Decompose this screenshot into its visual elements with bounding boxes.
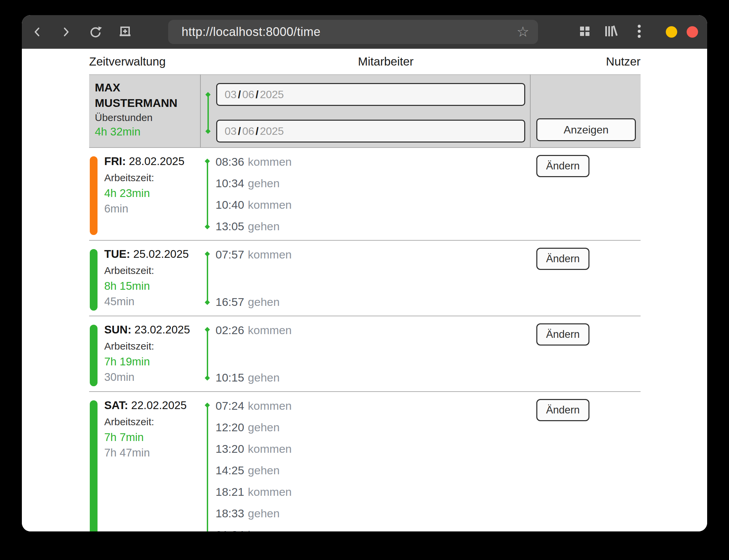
entry-type: kommen — [244, 248, 292, 261]
date-to-month: 06 — [242, 125, 254, 137]
kebab-menu-icon — [637, 24, 641, 40]
work-duration: 8h 15min — [104, 280, 198, 292]
date-sep: / — [237, 88, 242, 101]
aendern-button[interactable]: Ändern — [536, 399, 589, 421]
aendern-button[interactable]: Ändern — [536, 248, 589, 270]
work-duration: 4h 23min — [104, 188, 198, 199]
work-time-label: Arbeitszeit: — [104, 416, 198, 427]
minimize-button[interactable] — [661, 15, 682, 49]
date-to-year: 2025 — [260, 125, 284, 137]
forward-button[interactable] — [55, 15, 77, 49]
anzeigen-button[interactable]: Anzeigen — [536, 118, 636, 141]
time-entry: 10:15gehen — [216, 367, 530, 388]
bookmark-star-icon[interactable]: ☆ — [516, 20, 538, 44]
day-summary-cell: TUE: 25.02.2025 Arbeitszeit: 8h 15min 45… — [89, 241, 200, 316]
employee-summary: MAX MUSTERMANN Überstunden 4h 32min — [89, 74, 200, 148]
menu-button[interactable] — [630, 15, 649, 49]
work-duration: 7h 19min — [104, 356, 198, 367]
web-page: Zeitverwaltung Mitarbeiter Nutzer MAX MU… — [22, 49, 707, 531]
break-duration: 30min — [104, 371, 198, 383]
entry-time: 16:57 — [216, 295, 244, 308]
employee-name-line1: MAX — [95, 80, 197, 95]
minimize-circle-icon — [666, 26, 677, 38]
entry-type: gehen — [244, 371, 280, 384]
day-summary-cell: SUN: 23.02.2025 Arbeitszeit: 7h 19min 30… — [89, 316, 200, 392]
library-button[interactable] — [601, 15, 622, 49]
entry-type: kommen — [244, 485, 292, 498]
work-duration: 7h 7min — [104, 432, 198, 443]
aendern-button[interactable]: Ändern — [536, 155, 589, 177]
date-from-year: 2025 — [260, 88, 284, 101]
time-entry: 07:24kommen — [216, 395, 530, 416]
date-sep: / — [254, 125, 260, 137]
nav-nutzer[interactable]: Nutzer — [606, 55, 641, 68]
date-range-line — [207, 94, 209, 131]
time-table: MAX MUSTERMANN Überstunden 4h 32min 03/0… — [89, 74, 641, 531]
time-entry: 08:36kommen — [216, 151, 530, 172]
entry-type: kommen — [244, 528, 292, 531]
entry-time: 02:26 — [216, 324, 244, 336]
entry-time: 21:34 — [216, 528, 244, 531]
day-entries-cell: 02:26kommen10:15gehen — [200, 316, 530, 392]
date-sep: / — [237, 125, 242, 137]
forward-icon — [60, 26, 72, 38]
day-status-bar — [90, 400, 98, 531]
work-time-label: Arbeitszeit: — [104, 341, 198, 352]
break-duration: 6min — [104, 203, 198, 215]
time-entry: 21:34kommen — [216, 524, 530, 531]
entry-time: 18:33 — [216, 507, 244, 520]
date-to-day: 03 — [225, 125, 237, 137]
day-summary-cell: FRI: 28.02.2025 Arbeitszeit: 4h 23min 6m… — [89, 148, 200, 241]
date-from-day: 03 — [225, 88, 237, 101]
nav-zeitverwaltung[interactable]: Zeitverwaltung — [89, 55, 166, 68]
entry-type: gehen — [244, 507, 280, 520]
aendern-button[interactable]: Ändern — [536, 323, 589, 346]
url-text: http://localhost:8000/time — [168, 25, 516, 39]
entry-type: gehen — [244, 177, 280, 190]
overtime-value: 4h 32min — [95, 125, 197, 139]
day-title: SAT: 22.02.2025 — [104, 399, 198, 411]
day-title: FRI: 28.02.2025 — [104, 155, 198, 167]
employee-name-line2: MUSTERMANN — [95, 95, 197, 111]
date-to-input[interactable]: 03/06/2025 — [216, 120, 525, 143]
day-action-cell: Ändern — [530, 148, 641, 241]
entry-time: 08:36 — [216, 155, 244, 168]
day-range-line — [207, 254, 208, 303]
work-time-label: Arbeitszeit: — [104, 172, 198, 183]
extensions-button[interactable] — [575, 15, 594, 49]
app-navbar: Zeitverwaltung Mitarbeiter Nutzer — [89, 49, 641, 74]
entry-type: kommen — [244, 442, 292, 455]
day-title: TUE: 25.02.2025 — [104, 248, 198, 260]
day-title: SUN: 23.02.2025 — [104, 324, 198, 336]
library-icon — [604, 25, 619, 39]
time-entry: 02:26kommen — [216, 319, 530, 341]
day-action-cell: Ändern — [530, 241, 641, 316]
break-duration: 45min — [104, 295, 198, 308]
nav-mitarbeiter[interactable]: Mitarbeiter — [358, 55, 414, 68]
day-range-line — [207, 329, 208, 378]
overtime-label: Überstunden — [95, 111, 197, 125]
show-panel: Anzeigen — [530, 74, 641, 148]
time-entry: 18:33gehen — [216, 503, 530, 524]
close-button[interactable] — [682, 15, 702, 49]
date-sep: / — [254, 88, 260, 101]
entry-type: kommen — [244, 399, 292, 412]
day-status-bar — [90, 156, 98, 235]
url-bar[interactable]: http://localhost:8000/time ☆ — [168, 20, 538, 44]
new-tab-button[interactable] — [114, 15, 136, 49]
time-entry: 12:20gehen — [216, 416, 530, 438]
day-action-cell: Ändern — [530, 316, 641, 392]
time-entry: 18:21kommen — [216, 481, 530, 503]
day-status-bar — [90, 325, 98, 386]
day-status-bar — [90, 249, 98, 311]
back-button[interactable] — [27, 15, 48, 49]
entry-time: 10:34 — [216, 177, 244, 190]
entry-time: 07:57 — [216, 248, 244, 261]
grid-icon — [579, 26, 590, 38]
day-range-line — [207, 161, 208, 227]
entry-time: 14:25 — [216, 464, 244, 477]
reload-button[interactable] — [85, 15, 107, 49]
date-from-input[interactable]: 03/06/2025 — [216, 83, 525, 106]
close-circle-icon — [687, 26, 698, 38]
entry-type: gehen — [244, 220, 280, 233]
